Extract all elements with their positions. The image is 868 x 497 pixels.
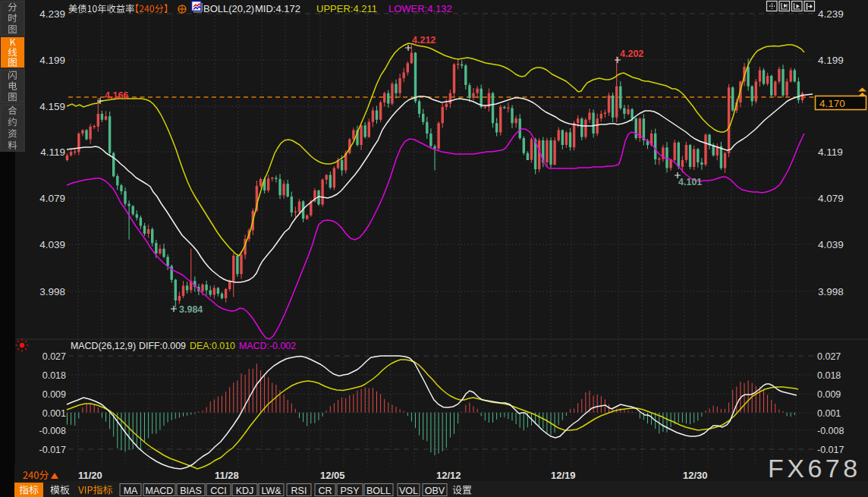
svg-text:BIAS: BIAS (180, 486, 202, 496)
svg-text:4.119: 4.119 (818, 146, 843, 158)
svg-text:4.079: 4.079 (818, 193, 844, 204)
svg-text:4.212: 4.212 (412, 35, 436, 46)
svg-text:DEA:0.010: DEA:0.010 (190, 341, 235, 351)
svg-text:0.027: 0.027 (42, 351, 66, 362)
svg-text:3.998: 3.998 (818, 286, 844, 297)
svg-text:3.998: 3.998 (39, 286, 65, 297)
svg-text:0.009: 0.009 (817, 389, 841, 400)
svg-text:4.202: 4.202 (620, 49, 643, 59)
svg-text:KDJ: KDJ (236, 486, 254, 496)
svg-text:4.166: 4.166 (105, 90, 128, 101)
svg-text:12/05: 12/05 (320, 470, 345, 481)
svg-text:4.039: 4.039 (39, 239, 65, 250)
svg-text:0.001: 0.001 (42, 408, 66, 419)
svg-text:LOWER:4.132: LOWER:4.132 (388, 3, 452, 14)
svg-text:4.039: 4.039 (818, 239, 844, 250)
svg-text:-0.008: -0.008 (39, 426, 66, 436)
svg-text:0.018: 0.018 (817, 370, 841, 381)
svg-text:MID:4.172: MID:4.172 (255, 3, 300, 14)
svg-text:MACD(26,12,9): MACD(26,12,9) (71, 341, 136, 351)
svg-text:-0.017: -0.017 (39, 445, 66, 455)
svg-text:PSY: PSY (340, 486, 360, 496)
svg-text:4.199: 4.199 (39, 55, 65, 66)
svg-text:MACD: MACD (146, 486, 174, 496)
svg-text:4.159: 4.159 (39, 101, 65, 112)
svg-text:BOLL: BOLL (366, 486, 391, 496)
svg-text:4.101: 4.101 (678, 177, 702, 187)
svg-text:MACD:-0.002: MACD:-0.002 (239, 341, 296, 351)
svg-text:0.009: 0.009 (42, 389, 66, 400)
svg-text:12/30: 12/30 (683, 470, 708, 481)
svg-text:OBV: OBV (425, 486, 445, 496)
svg-text:UPPER:4.211: UPPER:4.211 (316, 3, 377, 14)
svg-text:11/20: 11/20 (78, 470, 102, 481)
svg-text:0.027: 0.027 (817, 351, 841, 362)
svg-text:11/28: 11/28 (215, 470, 239, 481)
svg-text:0.001: 0.001 (817, 408, 841, 419)
svg-text:4.079: 4.079 (39, 193, 65, 204)
svg-text:-0.008: -0.008 (817, 426, 844, 436)
svg-text:MA: MA (124, 486, 138, 496)
svg-text:BOLL(20,2): BOLL(20,2) (203, 3, 254, 14)
svg-text:4.239: 4.239 (818, 8, 844, 20)
svg-text:RSI: RSI (291, 486, 307, 496)
svg-text:LW&: LW& (261, 486, 281, 496)
svg-text:DIFF:0.009: DIFF:0.009 (139, 341, 186, 351)
svg-text:4.199: 4.199 (818, 55, 844, 66)
svg-text:12/12: 12/12 (436, 470, 461, 481)
svg-text:CR: CR (318, 486, 332, 496)
svg-text:3.984: 3.984 (179, 304, 203, 315)
svg-text:VOL: VOL (399, 486, 418, 496)
svg-text:CCI: CCI (210, 486, 227, 496)
svg-text:12/19: 12/19 (551, 470, 576, 481)
svg-text:4.170: 4.170 (819, 98, 845, 109)
svg-text:FX678: FX678 (768, 454, 861, 483)
svg-text:4.239: 4.239 (39, 8, 65, 20)
svg-text:4.119: 4.119 (40, 146, 65, 158)
svg-text:0.018: 0.018 (42, 370, 66, 381)
